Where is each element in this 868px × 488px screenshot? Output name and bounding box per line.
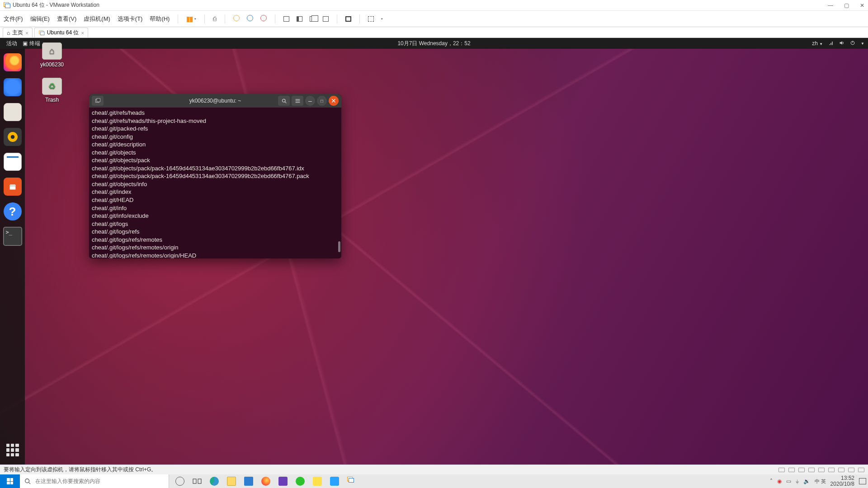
unity-button[interactable] [368,16,374,22]
tray-battery-icon[interactable]: ▭ [786,478,791,484]
volume-icon[interactable] [839,40,844,47]
task-app-blue[interactable] [326,474,343,488]
task-taskview[interactable] [189,474,205,488]
svg-point-8 [25,479,29,483]
terminal-topbar-icon: ▣ [23,40,28,47]
terminal-titlebar[interactable]: yk006230@ubuntu: ~ – □ ✕ [89,94,341,108]
terminal-search-button[interactable] [278,96,290,106]
view-detach-icon[interactable] [323,16,329,22]
terminal-scrollbar-thumb[interactable] [338,241,340,252]
terminal-maximize-button[interactable]: □ [317,96,327,106]
system-menu-chevron-icon[interactable]: ▼ [861,42,864,46]
task-mail[interactable] [241,474,257,488]
dock-show-apps[interactable] [6,444,19,456]
tray-wifi-icon[interactable]: ⏚ [796,478,799,484]
search-placeholder: 在这里输入你要搜索的内容 [35,478,100,485]
dock-files[interactable] [4,103,22,121]
terminal-output-line: cheat/.git/config [92,133,339,141]
terminal-minimize-button[interactable]: – [305,96,315,106]
trash-icon [42,78,62,95]
dock-rhythmbox[interactable] [4,128,22,146]
terminal-output-line: cheat/.git/objects/pack/pack-16459d44531… [92,164,339,173]
activities-button[interactable]: 活动 [4,40,20,47]
windows-taskbar: 在这里输入你要搜索的内容 ˄ ◉ ▭ ⏚ 🔉 中英 13:52 2020/10/… [0,474,868,488]
terminal-body[interactable]: cheat/.git/refs/headscheat/.git/refs/hea… [89,108,341,258]
svg-rect-7 [295,102,300,102]
ubuntu-topbar: 活动 ▣ 终端 ▼ 10月7日 Wednesday，22：52 zh ▼ ▼ [0,38,868,49]
topbar-lang[interactable]: zh ▼ [812,40,823,47]
tray-clock[interactable]: 13:52 2020/10/8 [830,475,854,487]
terminal-menu-button[interactable] [292,96,303,106]
menu-edit[interactable]: 编辑(E) [30,15,50,23]
desktop-home-folder[interactable]: yk006230 [36,42,68,68]
view-multi-icon[interactable] [310,16,316,22]
task-edge[interactable] [206,474,222,488]
dock-ubuntu-software[interactable] [4,178,22,196]
start-button[interactable] [0,474,20,488]
tray-ime[interactable]: 中英 [815,478,826,485]
task-app-purple[interactable] [275,474,291,488]
terminal-output-line: cheat/.git/description [92,141,339,149]
dock-libreoffice-writer[interactable] [4,153,22,171]
host-minimize-button[interactable]: — [828,2,833,9]
terminal-output-line: cheat/.git/refs/heads/this-project-has-m… [92,117,339,125]
dock-firefox[interactable] [4,53,22,71]
dock-thunderbird[interactable] [4,78,22,96]
task-wechat[interactable] [292,474,308,488]
menu-view[interactable]: 查看(V) [57,15,76,23]
terminal-close-button[interactable]: ✕ [329,96,339,106]
vm-pause-button[interactable]: ▮▮▾ [186,15,196,23]
task-explorer[interactable] [223,474,240,488]
svg-rect-3 [97,98,100,101]
power-icon[interactable] [850,40,855,47]
tray-volume-icon[interactable]: 🔉 [803,478,810,484]
terminal-window[interactable]: yk006230@ubuntu: ~ – □ ✕ cheat/.git/refs… [89,94,341,258]
task-cortana[interactable] [172,474,188,488]
snapshot-manage-icon[interactable] [260,15,267,23]
menu-file[interactable]: 文件(F) [4,15,23,23]
vmware-device-tray[interactable] [778,468,864,472]
menu-vm[interactable]: 虚拟机(M) [84,15,110,23]
guest-display: 活动 ▣ 终端 ▼ 10月7日 Wednesday，22：52 zh ▼ ▼ ?… [0,38,868,465]
svg-rect-5 [295,99,300,99]
tray-chevron-up-icon[interactable]: ˄ [770,478,773,484]
vmware-tab-strip: ⌂ 主页 × Ubuntu 64 位 × [0,27,868,38]
terminal-output-line: cheat/.git/packed-refs [92,125,339,133]
tab-home[interactable]: ⌂ 主页 × [3,28,33,38]
svg-rect-6 [295,100,300,101]
terminal-output-line: cheat/.git/refs/heads [92,109,339,117]
menu-tabs[interactable]: 选项卡(T) [118,15,143,23]
taskbar-apps [172,474,360,488]
snapshot-revert-icon[interactable] [247,15,253,23]
dock-help[interactable]: ? [4,202,22,221]
task-firefox[interactable] [258,474,274,488]
tray-action-center-icon[interactable] [859,478,866,484]
tray-security-icon[interactable]: ◉ [777,478,782,484]
tab-home-close[interactable]: × [25,30,28,36]
view-single-icon[interactable] [283,16,289,22]
desktop-trash[interactable]: Trash [36,78,68,103]
send-cad-button[interactable]: ⎙ [213,15,217,22]
snapshot-take-icon[interactable] [233,15,240,23]
tab-vm-close[interactable]: × [81,30,84,36]
terminal-output-line: cheat/.git/info [92,204,339,212]
search-icon [24,478,31,484]
network-icon[interactable] [828,40,834,47]
fullscreen-button[interactable] [345,16,351,22]
host-close-button[interactable]: ✕ [860,2,864,9]
dock-terminal[interactable] [4,227,22,245]
terminal-output-line: cheat/.git/index [92,188,339,196]
task-sticky[interactable] [309,474,326,488]
topbar-datetime[interactable]: 10月7日 Wednesday，22：52 [397,40,470,47]
ubuntu-dock: ? [0,49,25,465]
menu-help[interactable]: 帮助(H) [150,15,170,23]
home-icon: ⌂ [7,30,10,36]
view-split-icon[interactable] [297,16,302,22]
tab-vm[interactable]: Ubuntu 64 位 × [34,28,88,38]
taskbar-search[interactable]: 在这里输入你要搜索的内容 [20,474,169,488]
terminal-new-tab-button[interactable] [92,96,104,106]
terminal-output-line: cheat/.git/objects [92,149,339,157]
terminal-output-line: cheat/.git/objects/pack/pack-16459d44531… [92,172,339,180]
host-maximize-button[interactable]: ▢ [844,2,849,9]
task-vmware[interactable] [344,474,360,488]
